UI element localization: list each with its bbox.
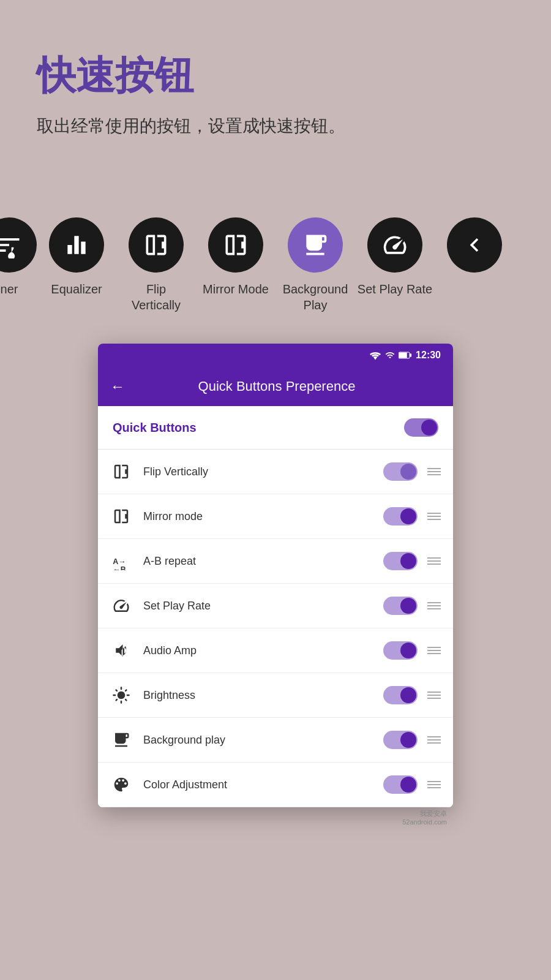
color-adj-item-label: Color Adjustment [143,778,372,791]
quick-buttons-label: Quick Buttons [113,421,197,435]
icon-item-back[interactable] [435,217,514,273]
audio-amp-item-label: Audio Amp [143,644,372,657]
list-item: Flip Vertically [98,450,453,494]
top-section: 快速按钮 取出经常使用的按钮，设置成快速按钮。 [0,0,551,187]
signal-icon [385,350,395,360]
background-play-controls [383,731,441,749]
play-rate-icon [112,597,130,615]
mirror-mode-drag-handle[interactable] [427,513,441,520]
brightness-controls [383,686,441,704]
color-adj-toggle[interactable] [383,775,418,794]
status-icons: 12:30 [369,350,441,361]
background-play-icon [302,232,329,258]
brightness-item-label: Brightness [143,689,372,702]
mirror-mode-icon-circle[interactable] [208,217,263,273]
wifi-icon [369,350,381,360]
mirror-mode-toggle[interactable] [383,507,418,526]
flip-vertically-item-icon [110,461,132,483]
partial-label: ner [1,281,18,297]
phone-wrapper: 12:30 ← Quick Buttons Preperence Quick B… [98,344,453,807]
flip-vertically-icon [143,232,170,258]
app-bar-title: Quick Buttons Preperence [137,379,416,394]
background-play-toggle[interactable] [383,731,418,749]
list-item: Brightness [98,673,453,718]
settings-list: Flip Vertically [98,450,453,807]
set-play-rate-item-label: Set Play Rate [143,600,372,612]
battery-icon [399,350,412,360]
icon-row-container: ner Equalizer FlipVertically [0,205,551,331]
audio-amp-toggle[interactable] [383,641,418,660]
set-play-rate-item-icon [110,595,132,617]
audio-amp-drag-handle[interactable] [427,647,441,654]
set-play-rate-drag-handle[interactable] [427,602,441,609]
set-play-rate-icon-circle[interactable] [367,217,422,273]
flip-vertically-toggle[interactable] [383,462,418,481]
page-title: 快速按钮 [37,49,514,102]
flip-vertically-toggle-thumb [400,464,416,480]
color-adj-item-icon [110,774,132,796]
quick-buttons-header: Quick Buttons [98,406,453,450]
color-adj-toggle-thumb [400,777,416,793]
ab-icon: A→ ←B [112,552,130,570]
ab-repeat-controls [383,552,441,570]
ab-repeat-item-icon: A→ ←B [110,550,132,572]
svg-rect-2 [399,352,407,358]
brightness-toggle-thumb [400,687,416,703]
mirror-mode-item-icon [110,505,132,527]
page-subtitle: 取出经常使用的按钮，设置成快速按钮。 [37,115,514,138]
quick-buttons-toggle[interactable] [404,418,438,437]
mirror-mode-controls [383,507,441,526]
icon-item-set-play-rate[interactable]: Set Play Rate [355,217,435,297]
status-time: 12:30 [416,350,441,361]
equalizer-icon-circle[interactable] [49,217,104,273]
background-play-icon-circle[interactable] [288,217,343,273]
phone-mockup: 12:30 ← Quick Buttons Preperence Quick B… [98,344,453,807]
audio-amp-toggle-thumb [400,643,416,658]
quick-buttons-toggle-thumb [421,420,437,435]
list-item: A→ ←B A-B repeat [98,539,453,584]
audio-amp-controls [383,641,441,660]
icon-item-flip-vertically[interactable]: FlipVertically [116,217,196,313]
partial-icon-circle[interactable] [0,217,37,273]
brightness-toggle[interactable] [383,686,418,704]
set-play-rate-toggle-thumb [400,598,416,614]
flip-vertically-icon-circle[interactable] [129,217,184,273]
list-item: Mirror mode [98,494,453,539]
icon-item-partial[interactable]: ner [0,217,37,297]
background-play-toggle-thumb [400,732,416,748]
icon-item-background-play[interactable]: BackgroundPlay [276,217,355,313]
mirror-mode-toggle-thumb [400,508,416,524]
equalizer-icon [63,232,90,258]
status-bar: 12:30 [98,344,453,367]
color-adj-icon [112,775,130,794]
color-adj-drag-handle[interactable] [427,781,441,788]
audio-amp-item-icon [110,639,132,662]
app-bar-back-button[interactable]: ← [110,378,125,395]
icon-item-equalizer[interactable]: Equalizer [37,217,116,297]
app-bar: ← Quick Buttons Preperence [98,367,453,406]
ab-repeat-item-label: A-B repeat [143,555,372,568]
set-play-rate-icon [381,232,408,258]
back-icon-circle[interactable] [447,217,502,273]
background-play-item-icon [110,729,132,751]
audio-icon [112,641,130,660]
partial-icon [0,232,23,258]
flip-vertically-drag-handle[interactable] [427,468,441,475]
svg-rect-3 [410,353,411,357]
background-play-drag-handle[interactable] [427,736,441,744]
set-play-rate-toggle[interactable] [383,597,418,615]
set-play-rate-controls [383,597,441,615]
bg-play-icon [112,731,130,749]
icon-item-mirror-mode[interactable]: Mirror Mode [196,217,276,297]
back-arrow-icon [461,232,488,258]
ab-repeat-toggle[interactable] [383,552,418,570]
phone-mockup-wrapper: 12:30 ← Quick Buttons Preperence Quick B… [0,344,551,807]
background-play-item-label: Background play [143,734,372,747]
list-item: Set Play Rate [98,584,453,628]
svg-text:←B: ←B [113,565,126,571]
list-item: Background play [98,718,453,763]
brightness-drag-handle[interactable] [427,692,441,699]
flip-v-icon [112,462,130,481]
mirror-icon [112,507,130,526]
ab-repeat-drag-handle[interactable] [427,557,441,565]
